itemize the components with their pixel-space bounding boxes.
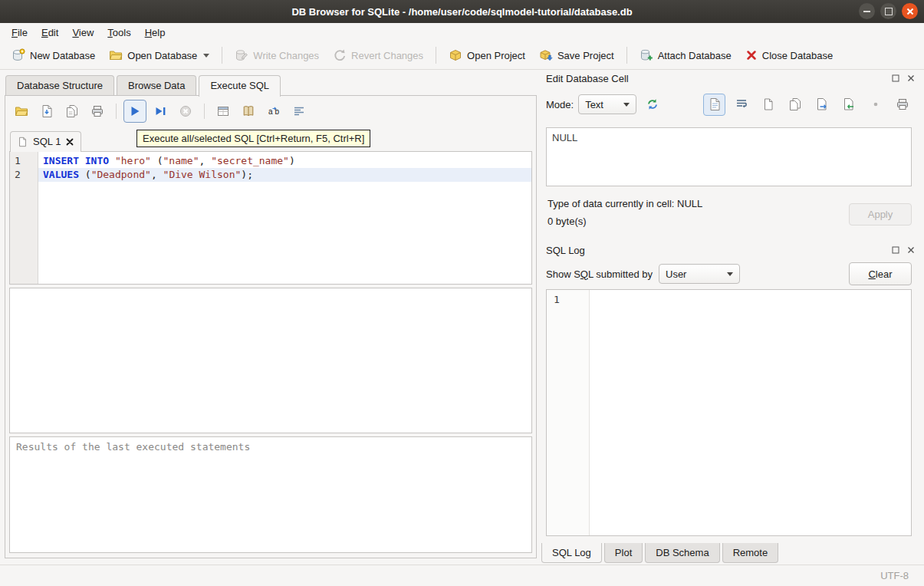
save-sql-file-button[interactable] bbox=[35, 100, 58, 123]
auto-detect-mode-button[interactable] bbox=[641, 94, 663, 116]
code-line[interactable]: VALUES ("Deadpond", "Dive Wilson"); bbox=[38, 168, 531, 182]
mode-value: Text bbox=[585, 99, 603, 110]
close-database-label: Close Database bbox=[762, 50, 834, 61]
book-icon bbox=[242, 104, 255, 118]
attach-database-button[interactable]: Attach Database bbox=[633, 44, 738, 66]
float-panel-button[interactable] bbox=[890, 73, 901, 84]
revert-changes-icon bbox=[333, 48, 347, 62]
menu-edit[interactable]: Edit bbox=[35, 25, 65, 41]
copy-button[interactable] bbox=[757, 94, 779, 116]
statusbar: UTF-8 bbox=[0, 565, 924, 586]
results-table-icon bbox=[216, 104, 230, 118]
open-database-label: Open Database bbox=[127, 50, 197, 61]
save-sql-file-icon bbox=[40, 104, 54, 118]
results-table-button[interactable] bbox=[212, 100, 235, 123]
save-sql-as-icon bbox=[65, 104, 79, 118]
close-database-button[interactable]: Close Database bbox=[738, 45, 840, 65]
menu-help[interactable]: Help bbox=[138, 25, 173, 41]
save-project-button[interactable]: Save Project bbox=[532, 44, 621, 66]
cell-editor[interactable]: NULL bbox=[546, 127, 912, 186]
open-database-icon bbox=[109, 48, 123, 62]
stop-icon bbox=[179, 104, 192, 118]
print-cell-button[interactable] bbox=[891, 94, 913, 116]
window-title: DB Browser for SQLite - /home/user/code/… bbox=[291, 6, 632, 18]
import-page-icon bbox=[842, 97, 856, 111]
open-sql-file-button[interactable] bbox=[10, 100, 33, 123]
tab-plot[interactable]: Plot bbox=[604, 543, 643, 563]
results-message-area[interactable]: Results of the last executed statements bbox=[9, 436, 532, 553]
new-database-label: New Database bbox=[30, 50, 95, 61]
encoding-indicator[interactable]: UTF-8 bbox=[880, 570, 909, 581]
sql-log-view[interactable]: 1 bbox=[546, 289, 912, 536]
close-panel-button[interactable] bbox=[906, 73, 916, 84]
word-wrap-button[interactable] bbox=[730, 94, 752, 116]
set-null-button[interactable] bbox=[864, 94, 886, 116]
document-icon bbox=[708, 97, 722, 111]
close-panel-button[interactable] bbox=[906, 245, 916, 255]
submitted-by-combobox[interactable]: User bbox=[659, 264, 740, 284]
mode-combobox[interactable]: Text bbox=[578, 94, 636, 114]
tab-sql-log[interactable]: SQL Log bbox=[541, 543, 602, 563]
text-view-button[interactable] bbox=[703, 94, 725, 116]
sql-editor[interactable]: 12 INSERT INTO "hero" ("name", "secret_n… bbox=[9, 151, 532, 285]
toolbar-separator bbox=[222, 47, 222, 64]
apply-button: Apply bbox=[849, 203, 912, 226]
results-grid[interactable] bbox=[9, 288, 532, 433]
copy-pages-icon bbox=[788, 97, 802, 111]
line-number: 1 bbox=[10, 154, 38, 168]
edit-cell-header: Edit Database Cell bbox=[546, 71, 916, 86]
editor-code[interactable]: INSERT INTO "hero" ("name", "secret_name… bbox=[38, 152, 531, 284]
results-placeholder: Results of the last executed statements bbox=[16, 441, 250, 453]
close-button[interactable] bbox=[902, 3, 918, 19]
maximize-button[interactable] bbox=[880, 3, 896, 19]
print-icon bbox=[90, 104, 104, 118]
format-sql-button[interactable] bbox=[288, 100, 311, 123]
minimize-icon bbox=[863, 11, 870, 12]
menu-tools[interactable]: Tools bbox=[100, 25, 137, 41]
sql-tab[interactable]: SQL 1 bbox=[10, 131, 81, 152]
print-icon bbox=[896, 97, 909, 111]
tab-browse-data[interactable]: Browse Data bbox=[117, 75, 196, 95]
menu-view[interactable]: View bbox=[65, 25, 100, 41]
clear-log-button[interactable]: Clear bbox=[849, 262, 912, 285]
menu-file[interactable]: File bbox=[5, 25, 35, 41]
mode-label: Mode: bbox=[546, 99, 574, 110]
edit-cell-toolbar: Mode: Text bbox=[546, 92, 913, 117]
titlebar[interactable]: DB Browser for SQLite - /home/user/code/… bbox=[0, 0, 924, 23]
duplicate-button[interactable] bbox=[784, 94, 806, 116]
main-toolbar: New Database Open Database Write Changes… bbox=[0, 41, 924, 70]
close-tab-icon[interactable] bbox=[66, 138, 74, 146]
tab-execute-sql[interactable]: Execute SQL bbox=[199, 75, 281, 97]
execute-sql-panel: ab SQL 1 12 INSERT INTO "hero" ("name", … bbox=[5, 95, 537, 558]
tab-database-structure[interactable]: Database Structure bbox=[5, 75, 114, 95]
open-database-button[interactable]: Open Database bbox=[102, 44, 216, 66]
log-content[interactable] bbox=[590, 290, 911, 535]
open-project-button[interactable]: Open Project bbox=[442, 44, 532, 66]
svg-text:a: a bbox=[268, 107, 273, 116]
tab-remote[interactable]: Remote bbox=[722, 543, 779, 563]
save-sql-as-button[interactable] bbox=[61, 100, 84, 123]
open-database-dropdown-icon[interactable] bbox=[203, 54, 209, 58]
print-sql-button[interactable] bbox=[86, 100, 109, 123]
sql-editor-toolbar: ab bbox=[10, 99, 531, 123]
cell-type-info: Type of data currently in cell: NULL bbox=[547, 198, 702, 209]
float-panel-button[interactable] bbox=[890, 245, 901, 255]
save-project-icon bbox=[539, 48, 553, 62]
execute-line-button[interactable] bbox=[149, 100, 172, 123]
import-cell-button[interactable] bbox=[837, 94, 860, 116]
revert-changes-label: Revert Changes bbox=[351, 50, 423, 61]
code-line[interactable]: INSERT INTO "hero" ("name", "secret_name… bbox=[38, 154, 531, 168]
reference-book-button[interactable] bbox=[237, 100, 260, 123]
word-wrap-icon bbox=[735, 97, 748, 111]
minimize-button[interactable] bbox=[859, 3, 875, 19]
export-cell-button[interactable] bbox=[811, 94, 833, 116]
tab-db-schema[interactable]: DB Schema bbox=[645, 543, 719, 563]
attach-database-icon bbox=[640, 48, 653, 62]
line-number: 2 bbox=[10, 168, 38, 182]
execute-all-button[interactable] bbox=[123, 100, 146, 123]
find-replace-button[interactable]: ab bbox=[262, 100, 285, 123]
apply-label: Apply bbox=[868, 209, 893, 220]
new-database-button[interactable]: New Database bbox=[5, 44, 102, 66]
chevron-down-icon bbox=[727, 272, 733, 276]
stop-button bbox=[174, 100, 197, 123]
